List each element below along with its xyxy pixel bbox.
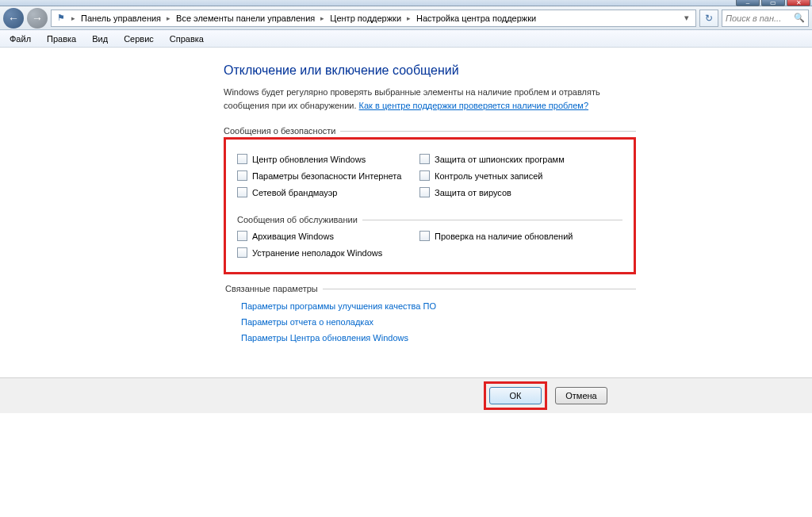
window-controls: – ▭ ✕ bbox=[736, 0, 810, 6]
checkbox-label: Сетевой брандмауэр bbox=[252, 188, 337, 197]
group-maintenance-text: Сообщения об обслуживании bbox=[237, 215, 358, 224]
breadcrumb-sep: ▸ bbox=[404, 14, 413, 22]
checkbox-label: Параметры безопасности Интернета bbox=[252, 171, 401, 181]
breadcrumb-sep: ▸ bbox=[164, 14, 173, 22]
back-icon: ← bbox=[8, 12, 19, 25]
footer: ОК Отмена bbox=[0, 378, 812, 413]
breadcrumb-item-2[interactable]: Центр поддержки bbox=[328, 13, 403, 23]
checkbox-row: Сетевой брандмауэр bbox=[237, 187, 419, 197]
menu-edit[interactable]: Правка bbox=[40, 33, 82, 45]
maintenance-checkbox-grid: Архивация Windows Проверка на наличие об… bbox=[237, 231, 622, 258]
highlight-box: Центр обновления Windows Защита от шпион… bbox=[224, 137, 636, 274]
checkbox[interactable] bbox=[237, 187, 247, 197]
refresh-button[interactable]: ↻ bbox=[699, 10, 718, 27]
checkbox-label: Устранение неполадок Windows bbox=[252, 248, 382, 258]
search-placeholder: Поиск в пан... bbox=[726, 13, 781, 23]
maximize-button[interactable]: ▭ bbox=[761, 0, 785, 6]
forward-button[interactable]: → bbox=[27, 8, 48, 29]
back-button[interactable]: ← bbox=[3, 8, 24, 29]
search-input[interactable]: Поиск в пан... 🔍 bbox=[722, 10, 809, 27]
forward-icon: → bbox=[32, 12, 43, 25]
checkbox-label: Защита от вирусов bbox=[435, 188, 511, 197]
breadcrumb-sep: ▸ bbox=[318, 14, 327, 22]
titlebar: – ▭ ✕ bbox=[0, 0, 812, 6]
checkbox[interactable] bbox=[237, 154, 247, 164]
breadcrumb-dropdown-icon[interactable]: ▾ bbox=[681, 13, 692, 23]
related-section: Связанные параметры Параметры программы … bbox=[224, 284, 636, 343]
description: Windows будет регулярно проверять выбран… bbox=[224, 86, 636, 112]
page-title: Отключение или включение сообщений bbox=[224, 63, 636, 78]
security-checkbox-grid: Центр обновления Windows Защита от шпион… bbox=[237, 154, 622, 197]
checkbox[interactable] bbox=[419, 187, 430, 197]
related-links: Параметры программы улучшения качества П… bbox=[225, 301, 636, 343]
checkbox-row: Контроль учетных записей bbox=[419, 170, 602, 181]
search-icon: 🔍 bbox=[794, 13, 805, 23]
checkbox-row: Устранение неполадок Windows bbox=[237, 247, 419, 258]
content-area: Отключение или включение сообщений Windo… bbox=[0, 48, 812, 374]
description-link[interactable]: Как в центре поддержки проверяется налич… bbox=[359, 101, 588, 110]
breadcrumb-item-1[interactable]: Все элементы панели управления bbox=[174, 13, 316, 23]
cancel-button[interactable]: Отмена bbox=[555, 387, 607, 404]
checkbox-label: Центр обновления Windows bbox=[252, 155, 366, 164]
checkbox-row: Центр обновления Windows bbox=[237, 154, 419, 164]
menu-view[interactable]: Вид bbox=[86, 33, 114, 45]
blank-area bbox=[0, 413, 812, 517]
ok-button[interactable]: ОК bbox=[489, 387, 542, 404]
related-link-0[interactable]: Параметры программы улучшения качества П… bbox=[241, 301, 636, 311]
checkbox-row: Архивация Windows bbox=[237, 231, 419, 241]
breadcrumb[interactable]: ⚑ ▸ Панель управления ▸ Все элементы пан… bbox=[51, 10, 696, 27]
group-related-text: Связанные параметры bbox=[225, 284, 318, 293]
maximize-icon: ▭ bbox=[770, 0, 776, 6]
close-button[interactable]: ✕ bbox=[787, 0, 810, 6]
breadcrumb-item-0[interactable]: Панель управления bbox=[79, 13, 163, 23]
menubar: Файл Правка Вид Сервис Справка bbox=[0, 30, 812, 48]
group-related-label: Связанные параметры bbox=[225, 284, 636, 293]
flag-icon: ⚑ bbox=[55, 12, 67, 25]
ok-highlight: ОК bbox=[484, 381, 547, 410]
checkbox-label: Проверка на наличие обновлений bbox=[435, 232, 573, 241]
divider bbox=[323, 289, 636, 289]
group-security-label: Сообщения о безопасности bbox=[224, 126, 636, 136]
menu-file[interactable]: Файл bbox=[3, 33, 37, 45]
checkbox[interactable] bbox=[237, 247, 247, 258]
minimize-icon: – bbox=[746, 0, 749, 6]
related-link-1[interactable]: Параметры отчета о неполадках bbox=[241, 317, 636, 327]
refresh-icon: ↻ bbox=[705, 13, 713, 24]
group-maintenance-label: Сообщения об обслуживании bbox=[237, 215, 622, 224]
divider bbox=[340, 131, 636, 132]
menu-tools[interactable]: Сервис bbox=[117, 33, 160, 45]
navbar: ← → ⚑ ▸ Панель управления ▸ Все элементы… bbox=[0, 6, 812, 30]
checkbox-row: Параметры безопасности Интернета bbox=[237, 170, 419, 181]
checkbox[interactable] bbox=[237, 231, 247, 241]
breadcrumb-sep: ▸ bbox=[69, 14, 78, 22]
checkbox-label: Защита от шпионских программ bbox=[435, 155, 565, 164]
minimize-button[interactable]: – bbox=[736, 0, 760, 6]
checkbox-row: Проверка на наличие обновлений bbox=[419, 231, 602, 241]
menu-help[interactable]: Справка bbox=[163, 33, 210, 45]
checkbox-label: Архивация Windows bbox=[252, 232, 334, 241]
breadcrumb-item-3[interactable]: Настройка центра поддержки bbox=[415, 13, 538, 23]
close-icon: ✕ bbox=[796, 0, 802, 6]
checkbox-row: Защита от шпионских программ bbox=[419, 154, 602, 164]
checkbox-label: Контроль учетных записей bbox=[435, 171, 542, 181]
checkbox[interactable] bbox=[419, 170, 430, 181]
checkbox[interactable] bbox=[419, 231, 430, 241]
checkbox-row: Защита от вирусов bbox=[419, 187, 602, 197]
divider bbox=[362, 220, 622, 220]
checkbox[interactable] bbox=[419, 154, 430, 164]
related-link-2[interactable]: Параметры Центра обновления Windows bbox=[241, 333, 636, 343]
group-security-text: Сообщения о безопасности bbox=[224, 126, 335, 136]
checkbox[interactable] bbox=[237, 170, 247, 181]
